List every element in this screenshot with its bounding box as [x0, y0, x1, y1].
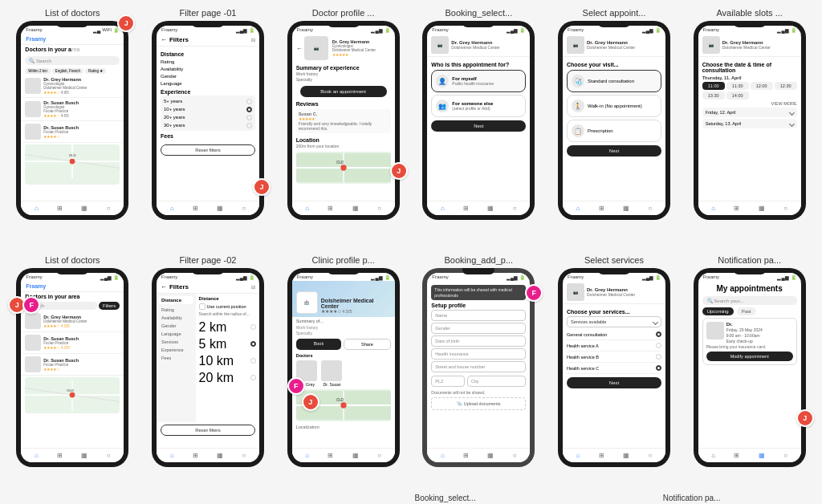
back-icon-f02[interactable]: ←	[161, 283, 167, 291]
use-location-opt[interactable]: Use current position	[199, 303, 256, 310]
slot-1200[interactable]: 12:00	[751, 82, 773, 90]
services-next-btn[interactable]: Next	[567, 377, 661, 388]
home-nav-7[interactable]: ⌂	[35, 452, 39, 459]
search-bar-1[interactable]: 🔍 Search	[25, 56, 120, 65]
cal-nav-3[interactable]: ▦	[352, 205, 359, 212]
person-nav-11[interactable]: ○	[648, 452, 652, 459]
filters-btn[interactable]: Filters	[99, 302, 120, 310]
cal-nav-7[interactable]: ▦	[81, 452, 87, 459]
home-nav-11[interactable]: ⌂	[576, 452, 580, 459]
field-gender[interactable]: Gender	[431, 323, 526, 334]
filter-02-fees[interactable]: Fees	[159, 354, 193, 362]
cal-nav-10[interactable]: ▦	[487, 452, 494, 459]
home-nav-3[interactable]: ⌂	[305, 205, 309, 212]
person-nav-3[interactable]: ○	[377, 205, 381, 212]
home-nav-8[interactable]: ⌂	[170, 452, 174, 459]
list-item-7-1[interactable]: Dr. Grey Hermann Dolsheimer Medical Cent…	[21, 311, 124, 332]
cal-nav-8[interactable]: ▦	[217, 452, 223, 459]
chip-1[interactable]: Within 2 km	[25, 68, 51, 74]
appts-search[interactable]: 🔍 Search your...	[702, 296, 797, 305]
cal-nav-6[interactable]: ▦	[759, 205, 765, 212]
avatar-f-booking-add[interactable]: F	[525, 284, 543, 302]
service-a[interactable]: Health service A	[567, 340, 661, 352]
tab-past[interactable]: Past	[737, 307, 756, 315]
person-nav-10[interactable]: ○	[513, 452, 517, 459]
person-nav-12[interactable]: ○	[783, 452, 787, 459]
grid-nav-9[interactable]: ⊞	[328, 452, 333, 459]
back-icon-filter[interactable]: ←	[161, 36, 167, 43]
person-nav-7[interactable]: ○	[107, 452, 111, 459]
list-item-7-2[interactable]: Dr. Susan Busch Focian Practice ★★★★☆ 4.…	[21, 332, 124, 354]
appt-next-btn[interactable]: Next	[567, 145, 661, 156]
service-general[interactable]: General consultation	[567, 329, 661, 340]
filter-02-language[interactable]: Language	[159, 330, 193, 338]
person-nav-4[interactable]: ○	[513, 205, 517, 212]
upload-btn[interactable]: 📎 Upload documents	[431, 397, 526, 410]
slot-1400[interactable]: 14:00	[726, 91, 749, 100]
home-nav-4[interactable]: ⌂	[441, 205, 445, 212]
avatar-j-profile[interactable]: J	[390, 162, 408, 180]
grid-nav-10[interactable]: ⊞	[463, 452, 469, 459]
appt-standard[interactable]: 🩺 Standard consultation	[567, 70, 661, 92]
slot-1100[interactable]: 11:00	[702, 82, 725, 90]
modify-appt-btn[interactable]: Modify appointment	[706, 352, 793, 361]
filter-02-experience[interactable]: Experience	[159, 346, 193, 354]
grid-nav-3[interactable]: ⊞	[328, 205, 333, 212]
filter-02-services[interactable]: Services	[159, 338, 193, 346]
avatar-j-clinic[interactable]: J	[302, 393, 319, 411]
cal-nav-4[interactable]: ▦	[487, 205, 494, 212]
services-dropdown[interactable]: Services available	[567, 316, 661, 327]
list-item-doctor-3[interactable]: Dr. Susan Busch Focian Practice ★★★★☆	[21, 121, 124, 143]
avatar-j-notif[interactable]: J	[796, 409, 814, 427]
filter-02-active-section[interactable]: Distance	[159, 296, 193, 304]
chip-2[interactable]: English, French	[52, 68, 83, 74]
grid-nav-5[interactable]: ⊞	[599, 205, 604, 212]
slot-1130[interactable]: 11:30	[726, 82, 749, 90]
home-nav-2[interactable]: ⌂	[170, 205, 174, 212]
grid-nav-12[interactable]: ⊞	[734, 452, 739, 459]
filter-02-gender[interactable]: Gender	[159, 322, 193, 330]
person-nav-6[interactable]: ○	[783, 205, 787, 212]
filter-02-rating[interactable]: Rating	[159, 306, 193, 314]
book-appointment-btn[interactable]: Book an appointment	[300, 86, 387, 97]
grid-nav-8[interactable]: ⊞	[193, 452, 198, 459]
exp-30[interactable]: 30+ years	[164, 121, 252, 129]
reset-filters-btn[interactable]: Reset filters	[161, 144, 255, 156]
list-item-7-3[interactable]: Dr. Susan Busch Focian Practice ★★★★☆	[21, 354, 124, 376]
home-nav-5[interactable]: ⌂	[576, 205, 580, 212]
field-dob[interactable]: Date of birth	[431, 335, 526, 347]
exp-5[interactable]: 5+ years	[164, 97, 252, 105]
clinic-book-btn[interactable]: Book	[296, 339, 342, 350]
field-plz[interactable]: PLZ	[431, 376, 465, 387]
field-name[interactable]: Name	[431, 310, 526, 321]
cal-nav-12[interactable]: ▦	[759, 452, 765, 459]
grid-nav-6[interactable]: ⊞	[734, 205, 739, 212]
d-5km[interactable]: 5 km	[199, 335, 256, 352]
grid-nav-7[interactable]: ⊞	[57, 452, 63, 459]
home-nav-12[interactable]: ⌂	[711, 452, 715, 459]
field-city[interactable]: City	[467, 376, 526, 387]
grid-nav-2[interactable]: ⊞	[193, 205, 198, 212]
view-more-btn[interactable]: VIEW MORE	[702, 101, 797, 106]
exp-10[interactable]: 10+ years	[164, 105, 252, 113]
person-nav-2[interactable]: ○	[242, 205, 246, 212]
grid-nav-1[interactable]: ⊞	[57, 205, 63, 212]
grid-nav-4[interactable]: ⊞	[463, 205, 469, 212]
day2-row[interactable]: Friday, 12. April	[702, 108, 797, 117]
service-c[interactable]: Health service C	[567, 363, 661, 374]
person-nav-5[interactable]: ○	[648, 205, 652, 212]
cal-nav-9[interactable]: ▦	[352, 452, 359, 459]
d-20km[interactable]: 20 km	[199, 369, 256, 386]
cal-nav-5[interactable]: ▦	[623, 205, 629, 212]
avatar-j-1[interactable]: J	[117, 14, 135, 32]
calendar-nav-1[interactable]: ▦	[81, 205, 87, 212]
avatar-f-clinic[interactable]: F	[287, 377, 305, 395]
cal-nav-2[interactable]: ▦	[217, 205, 223, 212]
list-item-doctor-2[interactable]: Dr. Susan Busch Gynecologist Focian Prac…	[21, 98, 124, 121]
filter-02-availability[interactable]: Availability	[159, 314, 193, 322]
booking-next-btn[interactable]: Next	[431, 120, 526, 132]
grid-nav-11[interactable]: ⊞	[599, 452, 604, 459]
cal-nav-11[interactable]: ▦	[623, 452, 629, 459]
clinic-share-btn[interactable]: Share	[344, 339, 391, 350]
person-nav-1[interactable]: ○	[107, 205, 111, 212]
